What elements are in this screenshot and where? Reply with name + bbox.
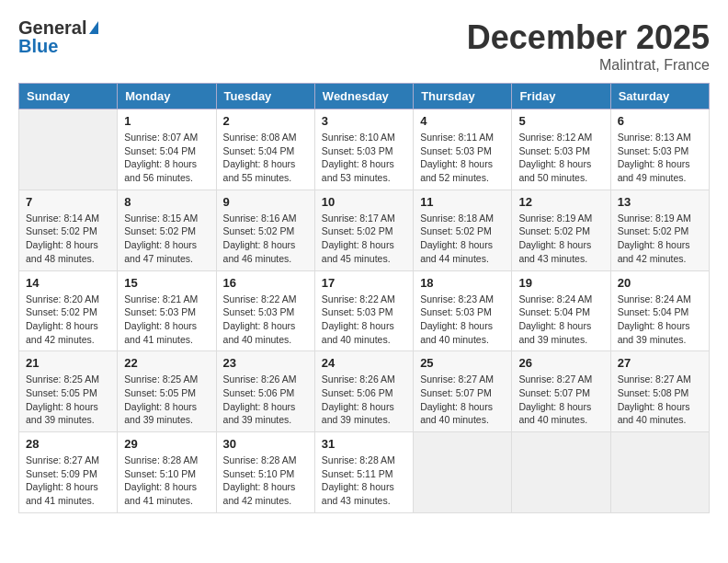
day-info: Sunrise: 8:11 AM Sunset: 5:03 PM Dayligh…	[420, 131, 505, 185]
day-number: 27	[618, 356, 702, 370]
day-info: Sunrise: 8:18 AM Sunset: 5:02 PM Dayligh…	[420, 212, 505, 266]
day-info: Sunrise: 8:26 AM Sunset: 5:06 PM Dayligh…	[223, 373, 308, 427]
calendar-cell	[19, 109, 118, 190]
calendar-cell: 6Sunrise: 8:13 AM Sunset: 5:03 PM Daylig…	[610, 109, 709, 190]
day-number: 28	[26, 437, 110, 451]
weekday-header-tuesday: Tuesday	[216, 84, 314, 109]
calendar-cell: 27Sunrise: 8:27 AM Sunset: 5:08 PM Dayli…	[610, 351, 709, 432]
day-number: 17	[322, 276, 406, 290]
day-number: 4	[420, 114, 505, 128]
calendar-cell: 11Sunrise: 8:18 AM Sunset: 5:02 PM Dayli…	[414, 190, 512, 270]
day-number: 7	[26, 195, 110, 209]
calendar-cell: 14Sunrise: 8:20 AM Sunset: 5:02 PM Dayli…	[19, 270, 118, 351]
logo-icon	[89, 21, 98, 34]
calendar-week-row: 1Sunrise: 8:07 AM Sunset: 5:04 PM Daylig…	[19, 109, 710, 190]
logo: General Blue	[18, 18, 98, 55]
day-info: Sunrise: 8:22 AM Sunset: 5:03 PM Dayligh…	[223, 293, 308, 347]
calendar-cell: 7Sunrise: 8:14 AM Sunset: 5:02 PM Daylig…	[19, 190, 118, 270]
month-title: December 2025	[467, 18, 710, 57]
day-info: Sunrise: 8:23 AM Sunset: 5:03 PM Dayligh…	[420, 293, 505, 347]
logo-general-text: General	[18, 18, 86, 37]
day-info: Sunrise: 8:21 AM Sunset: 5:03 PM Dayligh…	[124, 293, 209, 347]
calendar-cell: 16Sunrise: 8:22 AM Sunset: 5:03 PM Dayli…	[216, 270, 314, 351]
day-number: 19	[518, 276, 603, 290]
calendar-cell: 4Sunrise: 8:11 AM Sunset: 5:03 PM Daylig…	[414, 109, 512, 190]
day-number: 9	[223, 195, 308, 209]
day-number: 6	[618, 114, 702, 128]
day-number: 15	[124, 276, 209, 290]
calendar-cell: 31Sunrise: 8:28 AM Sunset: 5:11 PM Dayli…	[314, 432, 413, 513]
calendar-week-row: 7Sunrise: 8:14 AM Sunset: 5:02 PM Daylig…	[19, 190, 710, 270]
calendar-cell: 5Sunrise: 8:12 AM Sunset: 5:03 PM Daylig…	[512, 109, 610, 190]
calendar-cell: 10Sunrise: 8:17 AM Sunset: 5:02 PM Dayli…	[314, 190, 413, 270]
day-number: 23	[223, 356, 308, 370]
calendar-table: SundayMondayTuesdayWednesdayThursdayFrid…	[18, 83, 710, 513]
day-number: 3	[322, 114, 406, 128]
day-number: 10	[322, 195, 406, 209]
calendar-week-row: 21Sunrise: 8:25 AM Sunset: 5:05 PM Dayli…	[19, 351, 710, 432]
day-number: 12	[518, 195, 603, 209]
day-number: 11	[420, 195, 505, 209]
day-number: 2	[223, 114, 308, 128]
day-number: 25	[420, 356, 505, 370]
calendar-cell	[414, 432, 512, 513]
day-number: 5	[518, 114, 603, 128]
calendar-cell: 22Sunrise: 8:25 AM Sunset: 5:05 PM Dayli…	[118, 351, 216, 432]
calendar-cell: 3Sunrise: 8:10 AM Sunset: 5:03 PM Daylig…	[314, 109, 413, 190]
calendar-cell: 30Sunrise: 8:28 AM Sunset: 5:10 PM Dayli…	[216, 432, 314, 513]
day-info: Sunrise: 8:26 AM Sunset: 5:06 PM Dayligh…	[322, 373, 406, 427]
day-info: Sunrise: 8:28 AM Sunset: 5:11 PM Dayligh…	[322, 454, 406, 508]
day-number: 14	[26, 276, 110, 290]
day-info: Sunrise: 8:27 AM Sunset: 5:07 PM Dayligh…	[518, 373, 603, 427]
day-number: 22	[124, 356, 209, 370]
calendar-cell: 25Sunrise: 8:27 AM Sunset: 5:07 PM Dayli…	[414, 351, 512, 432]
calendar-cell: 24Sunrise: 8:26 AM Sunset: 5:06 PM Dayli…	[314, 351, 413, 432]
day-info: Sunrise: 8:28 AM Sunset: 5:10 PM Dayligh…	[124, 454, 209, 508]
calendar-cell: 29Sunrise: 8:28 AM Sunset: 5:10 PM Dayli…	[118, 432, 216, 513]
day-info: Sunrise: 8:27 AM Sunset: 5:08 PM Dayligh…	[618, 373, 702, 427]
header: General Blue December 2025 Malintrat, Fr…	[18, 18, 710, 74]
day-info: Sunrise: 8:27 AM Sunset: 5:07 PM Dayligh…	[420, 373, 505, 427]
day-info: Sunrise: 8:19 AM Sunset: 5:02 PM Dayligh…	[618, 212, 702, 266]
day-info: Sunrise: 8:25 AM Sunset: 5:05 PM Dayligh…	[26, 373, 110, 427]
calendar-cell: 9Sunrise: 8:16 AM Sunset: 5:02 PM Daylig…	[216, 190, 314, 270]
calendar-cell: 1Sunrise: 8:07 AM Sunset: 5:04 PM Daylig…	[118, 109, 216, 190]
weekday-header-saturday: Saturday	[610, 84, 709, 109]
day-info: Sunrise: 8:20 AM Sunset: 5:02 PM Dayligh…	[26, 293, 110, 347]
day-number: 13	[618, 195, 702, 209]
day-info: Sunrise: 8:25 AM Sunset: 5:05 PM Dayligh…	[124, 373, 209, 427]
calendar-week-row: 14Sunrise: 8:20 AM Sunset: 5:02 PM Dayli…	[19, 270, 710, 351]
day-info: Sunrise: 8:14 AM Sunset: 5:02 PM Dayligh…	[26, 212, 110, 266]
day-info: Sunrise: 8:19 AM Sunset: 5:02 PM Dayligh…	[518, 212, 603, 266]
calendar-cell: 21Sunrise: 8:25 AM Sunset: 5:05 PM Dayli…	[19, 351, 118, 432]
day-info: Sunrise: 8:10 AM Sunset: 5:03 PM Dayligh…	[322, 131, 406, 185]
weekday-header-monday: Monday	[118, 84, 216, 109]
weekday-header-friday: Friday	[512, 84, 610, 109]
calendar-cell	[512, 432, 610, 513]
day-info: Sunrise: 8:28 AM Sunset: 5:10 PM Dayligh…	[223, 454, 308, 508]
weekday-header-thursday: Thursday	[414, 84, 512, 109]
calendar-cell: 18Sunrise: 8:23 AM Sunset: 5:03 PM Dayli…	[414, 270, 512, 351]
day-number: 29	[124, 437, 209, 451]
weekday-header-sunday: Sunday	[19, 84, 118, 109]
day-info: Sunrise: 8:07 AM Sunset: 5:04 PM Dayligh…	[124, 131, 209, 185]
title-area: December 2025 Malintrat, France	[467, 18, 710, 74]
calendar-cell: 2Sunrise: 8:08 AM Sunset: 5:04 PM Daylig…	[216, 109, 314, 190]
calendar-header-row: SundayMondayTuesdayWednesdayThursdayFrid…	[19, 84, 710, 109]
day-info: Sunrise: 8:17 AM Sunset: 5:02 PM Dayligh…	[322, 212, 406, 266]
calendar-cell	[610, 432, 709, 513]
calendar-cell: 26Sunrise: 8:27 AM Sunset: 5:07 PM Dayli…	[512, 351, 610, 432]
logo-blue-text: Blue	[18, 37, 58, 55]
location-title: Malintrat, France	[467, 57, 710, 74]
day-info: Sunrise: 8:22 AM Sunset: 5:03 PM Dayligh…	[322, 293, 406, 347]
calendar-cell: 23Sunrise: 8:26 AM Sunset: 5:06 PM Dayli…	[216, 351, 314, 432]
calendar-cell: 28Sunrise: 8:27 AM Sunset: 5:09 PM Dayli…	[19, 432, 118, 513]
calendar-cell: 17Sunrise: 8:22 AM Sunset: 5:03 PM Dayli…	[314, 270, 413, 351]
calendar-week-row: 28Sunrise: 8:27 AM Sunset: 5:09 PM Dayli…	[19, 432, 710, 513]
calendar-cell: 20Sunrise: 8:24 AM Sunset: 5:04 PM Dayli…	[610, 270, 709, 351]
day-info: Sunrise: 8:16 AM Sunset: 5:02 PM Dayligh…	[223, 212, 308, 266]
calendar-cell: 8Sunrise: 8:15 AM Sunset: 5:02 PM Daylig…	[118, 190, 216, 270]
day-info: Sunrise: 8:12 AM Sunset: 5:03 PM Dayligh…	[518, 131, 603, 185]
day-info: Sunrise: 8:08 AM Sunset: 5:04 PM Dayligh…	[223, 131, 308, 185]
day-info: Sunrise: 8:24 AM Sunset: 5:04 PM Dayligh…	[518, 293, 603, 347]
